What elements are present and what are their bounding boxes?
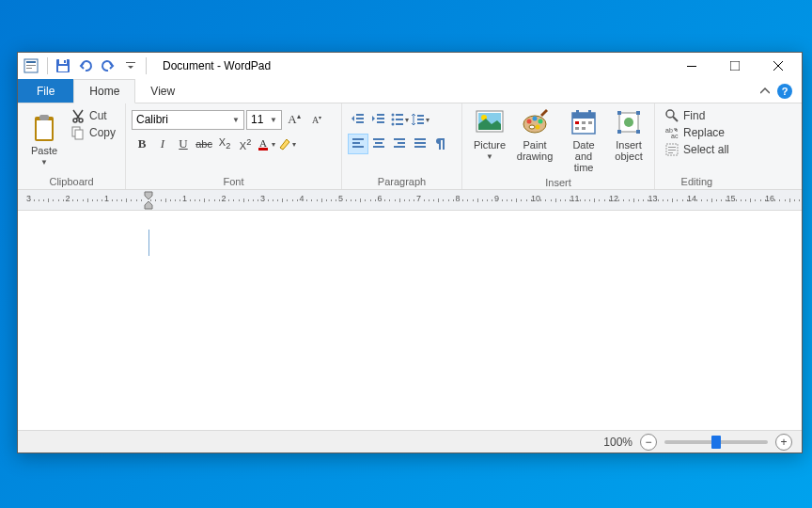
tab-file[interactable]: File — [18, 79, 73, 103]
svg-point-15 — [79, 119, 83, 122]
redo-icon — [101, 58, 116, 73]
minimize-button[interactable] — [670, 53, 713, 79]
separator — [47, 57, 48, 74]
collapse-ribbon-icon[interactable] — [760, 87, 770, 96]
svg-rect-27 — [396, 114, 403, 116]
svg-point-51 — [527, 119, 532, 124]
insert-paint-button[interactable]: Paint drawing — [511, 105, 558, 164]
strikethrough-button[interactable]: abc — [194, 134, 214, 154]
bullet-list-button[interactable]: ▾ — [389, 109, 410, 130]
align-justify-button[interactable] — [410, 134, 430, 154]
svg-rect-42 — [398, 142, 405, 144]
svg-rect-69 — [636, 130, 640, 134]
svg-rect-34 — [417, 122, 424, 124]
maximize-icon — [730, 61, 740, 71]
close-icon — [773, 61, 783, 71]
group-insert: Picture ▼ Paint drawing Date and time In… — [462, 103, 655, 189]
ribbon-tabs: File Home View ? — [18, 79, 802, 103]
ruler[interactable]: 321123456789101112131415161718 — [18, 190, 802, 211]
qat-customize-button[interactable] — [120, 56, 141, 76]
svg-rect-3 — [26, 68, 32, 69]
insert-picture-button[interactable]: Picture ▼ — [468, 105, 511, 163]
wordpad-window: Document - WordPad File Home View ? — [17, 52, 803, 453]
grow-font-button[interactable]: A▴ — [284, 109, 304, 130]
help-button[interactable]: ? — [777, 84, 792, 99]
replace-button[interactable]: abac Replace — [661, 124, 733, 141]
increase-indent-button[interactable] — [368, 109, 389, 130]
svg-point-54 — [536, 125, 540, 130]
svg-rect-41 — [394, 138, 405, 140]
select-all-icon — [664, 142, 679, 157]
svg-rect-23 — [377, 114, 384, 116]
insert-date-button[interactable]: Date and time — [558, 105, 609, 175]
font-family-combo[interactable]: Calibri ▼ — [132, 110, 244, 130]
indent-marker[interactable] — [143, 190, 154, 211]
maximize-button[interactable] — [713, 53, 757, 79]
tab-home[interactable]: Home — [73, 79, 135, 103]
undo-button[interactable] — [75, 56, 96, 76]
cut-label: Cut — [89, 109, 107, 122]
font-size-combo[interactable]: 11 ▼ — [246, 110, 282, 130]
svg-point-53 — [539, 119, 543, 124]
svg-rect-62 — [588, 121, 592, 124]
copy-icon — [70, 125, 86, 140]
bold-button[interactable]: B — [132, 134, 152, 154]
zoom-in-button[interactable]: + — [775, 434, 792, 451]
subscript-button[interactable]: X2 — [214, 134, 235, 154]
svg-rect-24 — [377, 118, 384, 119]
zoom-out-button[interactable]: − — [640, 434, 657, 451]
wordpad-app-icon — [23, 58, 39, 73]
find-label: Find — [683, 109, 705, 122]
find-icon — [664, 108, 679, 123]
undo-icon — [78, 58, 93, 73]
svg-rect-38 — [373, 138, 384, 140]
minimize-icon — [687, 61, 696, 71]
svg-rect-25 — [377, 121, 384, 123]
group-label-insert: Insert — [468, 175, 648, 190]
svg-rect-45 — [414, 142, 426, 144]
date-icon — [569, 107, 599, 137]
svg-rect-6 — [58, 66, 68, 71]
align-left-button[interactable] — [348, 134, 368, 154]
redo-button[interactable] — [98, 56, 118, 76]
document-canvas[interactable] — [18, 211, 802, 430]
svg-rect-68 — [617, 130, 621, 134]
indent-icon — [371, 112, 386, 127]
paragraph-dialog-button[interactable] — [430, 134, 451, 154]
superscript-button[interactable]: X2 — [235, 134, 256, 154]
paste-icon — [29, 113, 59, 143]
line-spacing-button[interactable]: ▾ — [410, 109, 430, 130]
shrink-font-button[interactable]: A▾ — [306, 109, 327, 130]
date-label: Date and time — [564, 139, 603, 173]
svg-rect-2 — [26, 65, 36, 66]
cut-button[interactable]: Cut — [67, 107, 119, 124]
decrease-indent-button[interactable] — [348, 109, 368, 130]
svg-rect-59 — [588, 110, 591, 116]
svg-rect-57 — [572, 113, 595, 119]
zoom-slider[interactable] — [664, 440, 768, 444]
picture-label: Picture — [474, 139, 506, 151]
save-button[interactable] — [53, 56, 73, 76]
align-left-icon — [351, 136, 366, 151]
ribbon: Paste ▼ Cut Copy Clipboard — [18, 103, 802, 190]
find-button[interactable]: Find — [661, 107, 733, 124]
align-justify-icon — [413, 136, 428, 151]
paste-button[interactable]: Paste ▼ — [23, 105, 65, 174]
copy-button[interactable]: Copy — [67, 124, 119, 141]
close-button[interactable] — [757, 53, 800, 79]
svg-rect-19 — [258, 148, 268, 151]
svg-rect-46 — [414, 146, 426, 148]
italic-button[interactable]: I — [152, 134, 173, 154]
font-color-button[interactable]: A ▾ — [256, 134, 276, 154]
select-all-button[interactable]: Select all — [661, 141, 733, 158]
highlight-button[interactable]: ▾ — [276, 134, 297, 154]
object-icon — [614, 107, 644, 137]
outdent-icon — [351, 112, 366, 127]
tab-view[interactable]: View — [135, 79, 190, 103]
align-right-button[interactable] — [389, 134, 410, 154]
align-center-button[interactable] — [368, 134, 389, 154]
insert-object-button[interactable]: Insert object — [609, 105, 648, 164]
zoom-slider-thumb[interactable] — [711, 436, 721, 449]
underline-button[interactable]: U — [173, 134, 194, 154]
svg-rect-67 — [636, 111, 640, 115]
